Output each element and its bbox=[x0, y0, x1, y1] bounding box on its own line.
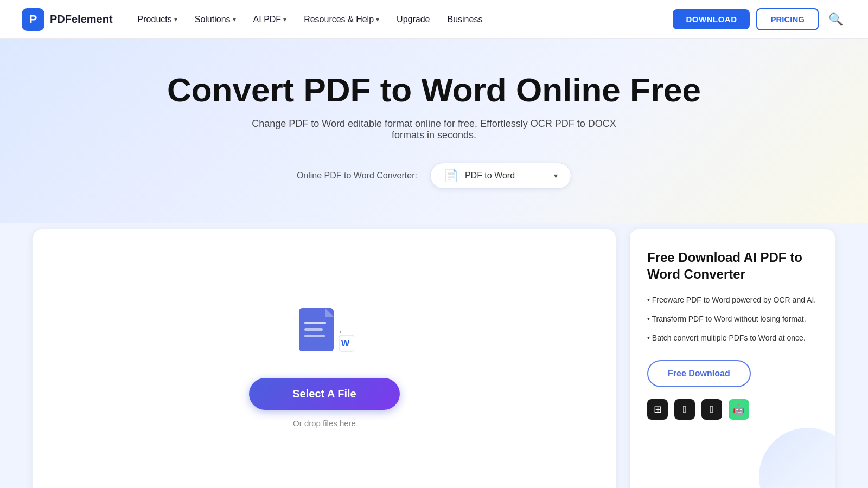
converter-value: PDF to Word bbox=[465, 171, 515, 181]
nav-right: DOWNLOAD PRICING 🔍 bbox=[673, 8, 846, 30]
nav-products[interactable]: Products ▾ bbox=[130, 10, 185, 29]
converter-dropdown[interactable]: 📄 PDF to Word ▾ bbox=[430, 163, 571, 189]
svg-rect-3 bbox=[304, 328, 323, 331]
chevron-down-icon: ▾ bbox=[233, 16, 236, 23]
drop-files-text: Or drop files here bbox=[293, 419, 356, 428]
nav-ai-pdf-label: AI PDF bbox=[253, 15, 282, 24]
side-card-feature-2: • Transform PDF to Word without losing f… bbox=[647, 313, 818, 325]
chevron-down-icon: ▾ bbox=[554, 171, 558, 180]
free-download-button[interactable]: Free Download bbox=[647, 360, 751, 387]
search-icon[interactable]: 🔍 bbox=[825, 9, 846, 30]
nav-upgrade-label: Upgrade bbox=[397, 15, 430, 24]
page-title: Convert PDF to Word Online Free bbox=[43, 72, 825, 108]
mac-icon:  bbox=[674, 399, 695, 420]
navbar: P PDFelement Products ▾ Solutions ▾ AI P… bbox=[0, 0, 868, 39]
svg-rect-4 bbox=[304, 335, 325, 337]
hero-subtitle: Change PDF to Word editable format onlin… bbox=[244, 118, 624, 141]
nav-links: Products ▾ Solutions ▾ AI PDF ▾ Resource… bbox=[130, 10, 673, 29]
windows-icon: ⊞ bbox=[647, 399, 668, 420]
chevron-down-icon: ▾ bbox=[283, 16, 286, 23]
decorative-circle bbox=[759, 428, 835, 488]
android-icon: 🤖 bbox=[729, 399, 749, 420]
side-card: Free Download AI PDF to Word Converter •… bbox=[629, 229, 835, 488]
nav-resources-label: Resources & Help bbox=[304, 15, 374, 24]
side-card-feature-3: • Batch convert multiple PDFs to Word at… bbox=[647, 332, 818, 344]
svg-rect-2 bbox=[304, 322, 326, 324]
chevron-down-icon: ▾ bbox=[174, 16, 177, 23]
upload-card: → W Select A File Or drop files here bbox=[33, 229, 616, 488]
main-content: → W Select A File Or drop files here Fre… bbox=[0, 229, 868, 488]
download-button[interactable]: DOWNLOAD bbox=[673, 9, 750, 29]
hero-section: Convert PDF to Word Online Free Change P… bbox=[0, 39, 868, 223]
side-card-feature-1: • Freeware PDF to Word powered by OCR an… bbox=[647, 294, 818, 306]
converter-label: Online PDF to Word Converter: bbox=[297, 171, 417, 181]
pdf-to-word-icon: → W bbox=[295, 305, 354, 359]
pricing-button[interactable]: PRICING bbox=[756, 8, 819, 30]
logo-icon: P bbox=[22, 8, 44, 31]
side-card-title: Free Download AI PDF to Word Converter bbox=[647, 249, 818, 282]
svg-text:W: W bbox=[341, 339, 350, 348]
chevron-down-icon: ▾ bbox=[376, 16, 379, 23]
nav-business[interactable]: Business bbox=[439, 10, 490, 29]
nav-solutions[interactable]: Solutions ▾ bbox=[187, 10, 244, 29]
logo-area[interactable]: P PDFelement bbox=[22, 8, 113, 31]
nav-solutions-label: Solutions bbox=[195, 15, 231, 24]
nav-ai-pdf[interactable]: AI PDF ▾ bbox=[246, 10, 295, 29]
ios-icon:  bbox=[701, 399, 722, 420]
logo-letter: P bbox=[29, 12, 37, 27]
converter-pdf-icon: 📄 bbox=[444, 169, 458, 183]
select-file-button[interactable]: Select A File bbox=[249, 378, 399, 410]
nav-business-label: Business bbox=[447, 15, 482, 24]
nav-resources[interactable]: Resources & Help ▾ bbox=[296, 10, 387, 29]
brand-name: PDFelement bbox=[50, 13, 113, 25]
nav-products-label: Products bbox=[138, 15, 172, 24]
platform-icons: ⊞   🤖 bbox=[647, 399, 818, 420]
upload-icon-area: → W bbox=[295, 305, 354, 362]
nav-upgrade[interactable]: Upgrade bbox=[389, 10, 437, 29]
